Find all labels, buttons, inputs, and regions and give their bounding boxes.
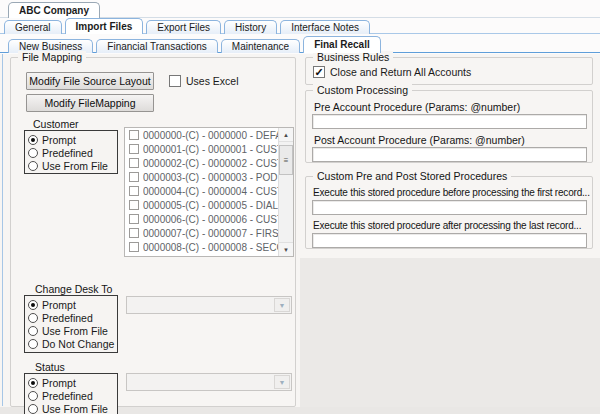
item-checkbox[interactable] bbox=[129, 130, 139, 140]
modify-filemapping-button[interactable]: Modify FileMapping bbox=[26, 94, 154, 112]
item-checkbox[interactable] bbox=[129, 228, 139, 238]
before-procedure-label: Execute this stored procedure before pro… bbox=[313, 187, 590, 198]
status-dropdown[interactable]: ▼ bbox=[126, 373, 292, 391]
post-account-procedure-input[interactable] bbox=[312, 147, 587, 162]
customer-list[interactable]: 0000000-(C) - 0000000 - DEFAULT 0000001-… bbox=[124, 127, 294, 257]
file-mapping-group: File Mapping Modify File Source Layout U… bbox=[10, 57, 296, 407]
status-radio-use-from-file[interactable]: Use From File bbox=[28, 402, 117, 414]
uses-excel-checkbox-row[interactable]: Uses Excel bbox=[169, 75, 239, 87]
tab-interface-notes[interactable]: Interface Notes bbox=[280, 20, 370, 34]
status-radio-group: Prompt Predefined Use From File bbox=[24, 373, 118, 414]
radio-label: Predefined bbox=[42, 147, 93, 159]
radio-label: Prompt bbox=[42, 377, 76, 389]
business-rules-group: Business Rules Close and Return All Acco… bbox=[305, 57, 593, 85]
right-empty-area bbox=[300, 258, 600, 414]
customer-radio-prompt[interactable]: Prompt bbox=[28, 133, 117, 146]
after-procedure-label: Execute this stored procedure after proc… bbox=[313, 220, 581, 231]
radio-label: Use From File bbox=[42, 160, 108, 172]
radio-button-icon bbox=[28, 404, 38, 414]
tab-strips: ABC Company General Import Files Export … bbox=[0, 0, 600, 54]
radio-label: Use From File bbox=[42, 403, 108, 414]
customer-list-item[interactable]: 0000001-(C) - 0000001 - CUSTOM bbox=[125, 142, 278, 156]
close-and-return-label: Close and Return All Accounts bbox=[330, 66, 471, 78]
radio-label: Predefined bbox=[42, 390, 93, 402]
close-and-return-checkbox[interactable] bbox=[313, 66, 325, 78]
page-left-border bbox=[2, 54, 3, 406]
scrollbar-thumb[interactable]: ≡ bbox=[279, 145, 293, 175]
customer-list-scrollbar[interactable]: ▲ ≡ ▼ bbox=[278, 128, 293, 256]
radio-button-icon bbox=[28, 326, 38, 336]
modify-file-source-layout-button[interactable]: Modify File Source Layout bbox=[26, 72, 154, 90]
radio-button-icon bbox=[28, 378, 38, 388]
uses-excel-checkbox[interactable] bbox=[169, 75, 181, 87]
pre-account-procedure-label: Pre Account Procedure (Params: @number) bbox=[314, 101, 520, 113]
customer-list-item[interactable]: 0000008-(C) - 0000008 - SECOND bbox=[125, 240, 278, 254]
radio-button-icon bbox=[28, 300, 38, 310]
customer-label: Customer bbox=[33, 118, 79, 130]
company-tab-row: ABC Company bbox=[8, 1, 103, 18]
status-radio-prompt[interactable]: Prompt bbox=[28, 376, 117, 389]
customer-radio-predefined[interactable]: Predefined bbox=[28, 146, 117, 159]
radio-button-icon bbox=[28, 148, 38, 158]
radio-label: Predefined bbox=[42, 312, 93, 324]
customer-radio-group: Prompt Predefined Use From File bbox=[24, 130, 118, 174]
radio-button-icon bbox=[28, 161, 38, 171]
customer-list-item[interactable]: 0000003-(C) - 0000003 - POD CUS bbox=[125, 170, 278, 184]
customer-list-item[interactable]: 0000000-(C) - 0000000 - DEFAULT bbox=[125, 128, 278, 142]
final-recall-page: File Mapping Modify File Source Layout U… bbox=[0, 54, 600, 414]
tab-financial-transactions[interactable]: Financial Transactions bbox=[96, 39, 218, 53]
change-desk-radio-predefined[interactable]: Predefined bbox=[28, 311, 117, 324]
item-checkbox[interactable] bbox=[129, 158, 139, 168]
customer-list-item[interactable]: 0000004-(C) - 0000004 - CUSTOM bbox=[125, 184, 278, 198]
status-label: Status bbox=[35, 361, 65, 373]
radio-label: Use From File bbox=[42, 325, 108, 337]
custom-processing-group-title: Custom Processing bbox=[313, 84, 412, 96]
chevron-down-icon: ▼ bbox=[274, 375, 290, 389]
change-desk-to-label: Change Desk To bbox=[35, 283, 112, 295]
status-radio-predefined[interactable]: Predefined bbox=[28, 389, 117, 402]
item-checkbox[interactable] bbox=[129, 186, 139, 196]
uses-excel-label: Uses Excel bbox=[186, 75, 239, 87]
change-desk-radio-prompt[interactable]: Prompt bbox=[28, 298, 117, 311]
main-tab-row: General Import Files Export Files Histor… bbox=[4, 18, 373, 34]
customer-list-item[interactable]: 0000006-(C) - 0000006 - CUSTOM bbox=[125, 212, 278, 226]
customer-radio-use-from-file[interactable]: Use From File bbox=[28, 159, 117, 172]
radio-button-icon bbox=[28, 391, 38, 401]
radio-button-icon bbox=[28, 313, 38, 323]
radio-label: Prompt bbox=[42, 299, 76, 311]
change-desk-radio-do-not-change[interactable]: Do Not Change bbox=[28, 337, 117, 350]
item-checkbox[interactable] bbox=[129, 200, 139, 210]
tab-final-recall[interactable]: Final Recall bbox=[303, 36, 381, 53]
tab-maintenance[interactable]: Maintenance bbox=[221, 39, 300, 53]
chevron-down-icon: ▼ bbox=[274, 298, 290, 312]
scroll-up-icon[interactable]: ▲ bbox=[279, 128, 293, 142]
file-mapping-group-title: File Mapping bbox=[18, 51, 86, 63]
scroll-down-icon[interactable]: ▼ bbox=[279, 242, 293, 256]
change-desk-dropdown[interactable]: ▼ bbox=[126, 296, 292, 314]
stored-procedures-group-title: Custom Pre and Post Stored Procedures bbox=[313, 170, 511, 182]
item-checkbox[interactable] bbox=[129, 242, 139, 252]
change-desk-radio-use-from-file[interactable]: Use From File bbox=[28, 324, 117, 337]
tab-import-files[interactable]: Import Files bbox=[65, 18, 144, 34]
customer-list-item[interactable]: 0000005-(C) - 0000005 - DIALER bbox=[125, 198, 278, 212]
close-and-return-checkbox-row[interactable]: Close and Return All Accounts bbox=[313, 66, 471, 78]
tab-export-files[interactable]: Export Files bbox=[146, 20, 221, 34]
customer-list-item[interactable]: 0000002-(C) - 0000002 - CUSTOM bbox=[125, 156, 278, 170]
item-checkbox[interactable] bbox=[129, 214, 139, 224]
before-procedure-input[interactable] bbox=[312, 200, 587, 215]
radio-label: Prompt bbox=[42, 134, 76, 146]
custom-processing-group: Custom Processing Pre Account Procedure … bbox=[305, 90, 593, 163]
final-recall-window: ABC Company General Import Files Export … bbox=[0, 0, 600, 414]
item-checkbox[interactable] bbox=[129, 144, 139, 154]
tab-abc-company[interactable]: ABC Company bbox=[8, 2, 100, 18]
radio-label: Do Not Change bbox=[42, 338, 114, 350]
tab-history[interactable]: History bbox=[224, 20, 277, 34]
after-procedure-input[interactable] bbox=[312, 233, 587, 248]
item-checkbox[interactable] bbox=[129, 172, 139, 182]
pre-account-procedure-input[interactable] bbox=[312, 114, 587, 129]
tab-general[interactable]: General bbox=[4, 20, 62, 34]
radio-button-icon bbox=[28, 135, 38, 145]
post-account-procedure-label: Post Account Procedure (Params: @number) bbox=[314, 134, 525, 146]
customer-list-item[interactable]: 0000007-(C) - 0000007 - FIRST C bbox=[125, 226, 278, 240]
radio-button-icon bbox=[28, 339, 38, 349]
